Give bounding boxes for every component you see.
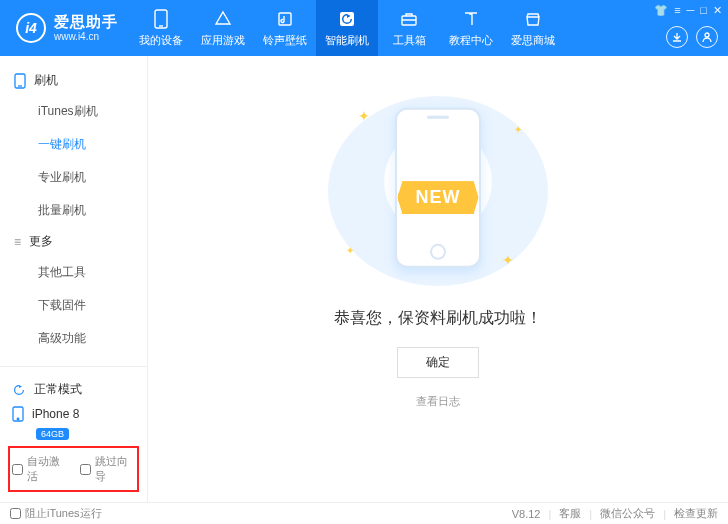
nav-label: 应用游戏 [201, 33, 245, 48]
sidebar: 刷机 iTunes刷机 一键刷机 专业刷机 批量刷机 ≡ 更多 其他工具 下载固… [0, 56, 148, 502]
wechat-link[interactable]: 微信公众号 [600, 506, 655, 521]
phone-icon [12, 406, 24, 422]
sidebar-item-pro[interactable]: 专业刷机 [0, 161, 147, 194]
list-icon: ≡ [14, 235, 21, 249]
nav-label: 爱思商城 [511, 33, 555, 48]
check-label: 阻止iTunes运行 [25, 506, 102, 521]
bottom-checks: 自动激活 跳过向导 [8, 446, 139, 492]
storage-badge: 64GB [36, 428, 69, 440]
user-button[interactable] [696, 26, 718, 48]
nav-store[interactable]: 爱思商城 [502, 0, 564, 56]
logo[interactable]: i4 爱思助手 www.i4.cn [0, 13, 130, 43]
ok-button[interactable]: 确定 [397, 347, 479, 378]
sidebar-group-flash[interactable]: 刷机 [0, 66, 147, 95]
sidebar-item-other[interactable]: 其他工具 [0, 256, 147, 289]
svg-point-9 [17, 418, 19, 420]
mode-row[interactable]: 正常模式 [12, 377, 135, 402]
check-block-itunes[interactable]: 阻止iTunes运行 [10, 506, 102, 521]
svg-rect-2 [279, 13, 291, 25]
sidebar-item-download[interactable]: 下载固件 [0, 289, 147, 322]
book-icon [461, 9, 481, 29]
nav-tutorial[interactable]: 教程中心 [440, 0, 502, 56]
device-row[interactable]: iPhone 8 [12, 402, 135, 426]
nav-flash[interactable]: 智能刷机 [316, 0, 378, 56]
refresh-icon [12, 383, 26, 397]
check-label: 跳过向导 [95, 454, 136, 484]
check-label: 自动激活 [27, 454, 68, 484]
nav-label: 智能刷机 [325, 33, 369, 48]
support-link[interactable]: 客服 [559, 506, 581, 521]
refresh-icon [337, 9, 357, 29]
maximize-icon[interactable]: □ [700, 4, 707, 17]
header: i4 爱思助手 www.i4.cn 我的设备 应用游戏 铃声壁纸 智能刷机 工具… [0, 0, 728, 56]
sidebar-item-batch[interactable]: 批量刷机 [0, 194, 147, 227]
version-label: V8.12 [512, 508, 541, 520]
nav-ringtone[interactable]: 铃声壁纸 [254, 0, 316, 56]
success-illustration: ✦ ✦ ✦ ✦ NEW [328, 96, 548, 286]
phone-icon [151, 9, 171, 29]
brand-name: 爱思助手 [54, 14, 118, 31]
check-skip-guide[interactable]: 跳过向导 [80, 454, 136, 484]
main-content: ✦ ✦ ✦ ✦ NEW 恭喜您，保资料刷机成功啦！ 确定 查看日志 [148, 56, 728, 502]
nav-label: 我的设备 [139, 33, 183, 48]
sidebar-item-itunes[interactable]: iTunes刷机 [0, 95, 147, 128]
download-button[interactable] [666, 26, 688, 48]
menu-icon[interactable]: ≡ [674, 4, 680, 17]
phone-icon [14, 73, 26, 89]
nav-my-device[interactable]: 我的设备 [130, 0, 192, 56]
success-message: 恭喜您，保资料刷机成功啦！ [334, 308, 542, 329]
close-icon[interactable]: ✕ [713, 4, 722, 17]
svg-point-5 [705, 33, 709, 37]
check-auto-activate[interactable]: 自动激活 [12, 454, 68, 484]
toolbox-icon [399, 9, 419, 29]
store-icon [523, 9, 543, 29]
logo-icon: i4 [16, 13, 46, 43]
note-icon [275, 9, 295, 29]
apps-icon [213, 9, 233, 29]
skin-icon[interactable]: 👕 [654, 4, 668, 17]
sidebar-item-onekey[interactable]: 一键刷机 [0, 128, 147, 161]
new-ribbon: NEW [398, 181, 479, 214]
nav-label: 教程中心 [449, 33, 493, 48]
mode-label: 正常模式 [34, 381, 82, 398]
nav-label: 铃声壁纸 [263, 33, 307, 48]
top-nav: 我的设备 应用游戏 铃声壁纸 智能刷机 工具箱 教程中心 爱思商城 [130, 0, 564, 56]
window-controls: 👕 ≡ ─ □ ✕ [654, 4, 722, 17]
sidebar-group-more[interactable]: ≡ 更多 [0, 227, 147, 256]
minimize-icon[interactable]: ─ [687, 4, 695, 17]
update-link[interactable]: 检查更新 [674, 506, 718, 521]
device-label: iPhone 8 [32, 407, 79, 421]
footer: 阻止iTunes运行 V8.12 | 客服 | 微信公众号 | 检查更新 [0, 502, 728, 524]
nav-apps[interactable]: 应用游戏 [192, 0, 254, 56]
group-label: 更多 [29, 233, 53, 250]
brand-url: www.i4.cn [54, 31, 118, 42]
group-label: 刷机 [34, 72, 58, 89]
view-log-link[interactable]: 查看日志 [416, 394, 460, 409]
sidebar-item-advanced[interactable]: 高级功能 [0, 322, 147, 355]
nav-toolbox[interactable]: 工具箱 [378, 0, 440, 56]
nav-label: 工具箱 [393, 33, 426, 48]
